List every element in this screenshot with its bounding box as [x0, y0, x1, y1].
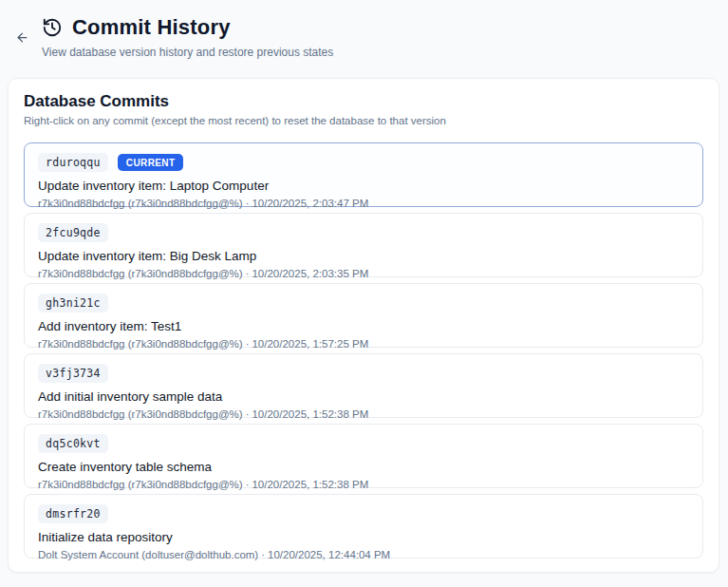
commit-hash-row: v3fj3734: [38, 364, 689, 383]
commit-meta: r7k3i0nd88bdcfgg (r7k3i0nd88bdcfgg@%)·10…: [38, 198, 689, 209]
meta-separator: ·: [261, 549, 265, 560]
commit-message: Add inventory item: Test1: [38, 319, 689, 333]
commit-meta: r7k3i0nd88bdcfgg (r7k3i0nd88bdcfgg@%)·10…: [38, 268, 689, 279]
commit-author: Dolt System Account (doltuser@dolthub.co…: [38, 549, 258, 560]
commit-card-dq5c0kvt[interactable]: dq5c0kvt Create inventory table schema r…: [24, 424, 703, 488]
page-title-row: Commit History: [42, 15, 713, 40]
commit-hash: v3fj3734: [38, 364, 108, 383]
commit-list: rduroqqu CURRENT Update inventory item: …: [24, 142, 703, 559]
commit-message: Initialize data repository: [38, 530, 689, 544]
page-subtitle: View database version history and restor…: [42, 46, 713, 59]
commit-hash-row: gh3ni21c: [38, 294, 689, 312]
meta-separator: ·: [246, 198, 250, 209]
commit-card-rduroqqu[interactable]: rduroqqu CURRENT Update inventory item: …: [24, 142, 703, 207]
database-commits-panel: Database Commits Right-click on any comm…: [8, 78, 719, 573]
commit-message: Create inventory table schema: [38, 460, 689, 474]
arrow-left-icon: [15, 30, 29, 45]
commit-card-v3fj3734[interactable]: v3fj3734 Add initial inventory sample da…: [24, 353, 703, 418]
commit-card-dmsrfr20[interactable]: dmsrfr20 Initialize data repository Dolt…: [24, 494, 703, 559]
meta-separator: ·: [246, 268, 250, 279]
commit-hash: rduroqqu: [38, 153, 108, 172]
commit-meta: Dolt System Account (doltuser@dolthub.co…: [38, 549, 689, 560]
commit-hash: dq5c0kvt: [38, 434, 108, 453]
commit-timestamp: 10/20/2025, 1:52:38 PM: [252, 408, 368, 420]
commit-hash: dmsrfr20: [38, 504, 108, 523]
commit-author: r7k3i0nd88bdcfgg (r7k3i0nd88bdcfgg@%): [38, 408, 243, 420]
commit-meta: r7k3i0nd88bdcfgg (r7k3i0nd88bdcfgg@%)·10…: [38, 479, 689, 490]
history-clock-icon: [42, 17, 63, 38]
commit-author: r7k3i0nd88bdcfgg (r7k3i0nd88bdcfgg@%): [38, 338, 243, 350]
commit-message: Update inventory item: Big Desk Lamp: [38, 249, 689, 263]
commit-author: r7k3i0nd88bdcfgg (r7k3i0nd88bdcfgg@%): [38, 268, 243, 279]
meta-separator: ·: [246, 408, 250, 420]
current-badge: CURRENT: [118, 154, 184, 171]
commit-card-2fcu9qde[interactable]: 2fcu9qde Update inventory item: Big Desk…: [24, 213, 703, 277]
commit-hash-row: rduroqqu CURRENT: [38, 153, 689, 172]
commit-hash-row: 2fcu9qde: [38, 223, 689, 242]
panel-title: Database Commits: [24, 92, 703, 111]
commit-timestamp: 10/20/2025, 1:57:25 PM: [252, 338, 368, 350]
commit-message: Add initial inventory sample data: [38, 389, 689, 404]
meta-separator: ·: [246, 479, 250, 490]
commit-timestamp: 10/20/2025, 2:03:35 PM: [252, 268, 368, 279]
commit-timestamp: 10/20/2025, 1:52:38 PM: [252, 479, 368, 490]
back-button[interactable]: [11, 27, 32, 47]
commit-hash-row: dq5c0kvt: [38, 434, 689, 453]
commit-hash: 2fcu9qde: [38, 223, 108, 242]
commit-author: r7k3i0nd88bdcfgg (r7k3i0nd88bdcfgg@%): [38, 198, 243, 209]
commit-card-gh3ni21c[interactable]: gh3ni21c Add inventory item: Test1 r7k3i…: [24, 283, 703, 348]
commit-timestamp: 10/20/2025, 12:44:04 PM: [268, 549, 390, 560]
commit-meta: r7k3i0nd88bdcfgg (r7k3i0nd88bdcfgg@%)·10…: [38, 338, 689, 350]
page-header: Commit History View database version his…: [0, 0, 728, 68]
commit-author: r7k3i0nd88bdcfgg (r7k3i0nd88bdcfgg@%): [38, 479, 243, 490]
panel-description: Right-click on any commit (except the mo…: [24, 115, 703, 126]
commit-hash-row: dmsrfr20: [38, 504, 689, 523]
commit-message: Update inventory item: Laptop Computer: [38, 179, 689, 193]
commit-meta: r7k3i0nd88bdcfgg (r7k3i0nd88bdcfgg@%)·10…: [38, 408, 689, 420]
meta-separator: ·: [246, 338, 250, 350]
page-title: Commit History: [72, 15, 231, 40]
commit-timestamp: 10/20/2025, 2:03:47 PM: [252, 198, 368, 209]
commit-hash: gh3ni21c: [38, 294, 108, 312]
